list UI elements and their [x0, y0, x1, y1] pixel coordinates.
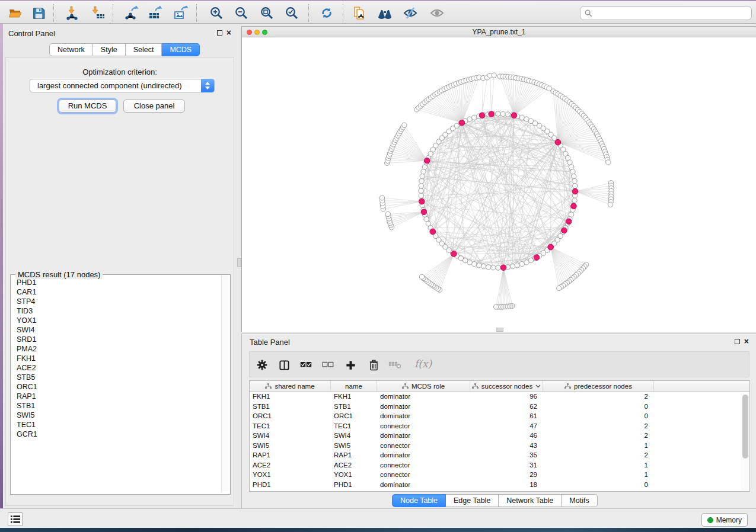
export-network-icon: [125, 6, 139, 20]
tab-style[interactable]: Style: [93, 43, 126, 56]
mcds-result-scrollbar[interactable]: [221, 275, 229, 491]
mcds-result-item[interactable]: ORC1: [11, 382, 222, 392]
table-row[interactable]: RAP1RAP1dominator352: [250, 450, 749, 460]
cell-MCDS-role: dominator: [377, 480, 470, 490]
mcds-result-item[interactable]: TID3: [11, 306, 222, 316]
criterion-label: Optimization criterion:: [6, 68, 234, 76]
criterion-dropdown[interactable]: largest connected component (undirected): [30, 79, 215, 92]
column-header-name[interactable]: name: [331, 381, 377, 391]
export-image-button[interactable]: [173, 5, 189, 21]
mcds-result-item[interactable]: CAR1: [11, 287, 222, 297]
mcds-result-item[interactable]: TEC1: [11, 420, 222, 430]
table-row[interactable]: TEC1TEC1connector472: [250, 421, 749, 431]
zoom-in-button[interactable]: [209, 5, 224, 21]
cell-shared-name: YOX1: [250, 470, 331, 480]
toolbar-separator: [196, 4, 197, 22]
import-network-button[interactable]: [65, 5, 80, 21]
network-window-titlebar[interactable]: YPA_prune.txt_1: [242, 27, 756, 37]
column-header-shared-name[interactable]: shared name: [250, 381, 331, 391]
table-row[interactable]: ORC1ORC1dominator610: [250, 411, 749, 421]
session-list-button[interactable]: [8, 512, 23, 526]
table-row[interactable]: YOX1YOX1connector291: [250, 470, 749, 480]
mcds-result-item[interactable]: ACE2: [11, 363, 222, 373]
unselect-all-columns-button[interactable]: [320, 357, 336, 373]
table-scrollbar[interactable]: [741, 393, 749, 491]
clone-network-button[interactable]: [352, 5, 367, 21]
column-header-MCDS-role[interactable]: MCDS role: [377, 381, 470, 391]
mcds-result-item[interactable]: STB5: [11, 373, 222, 382]
network-view-window: YPA_prune.txt_1: [241, 26, 756, 332]
mcds-result-item[interactable]: SWI5: [11, 411, 222, 420]
close-panel-button[interactable]: Close panel: [123, 100, 185, 113]
mcds-result-list[interactable]: PHD1CAR1STP4TID3YOX1SWI4SRD1PMA2FKH1ACE2…: [11, 278, 222, 491]
network-graph[interactable]: [242, 37, 756, 332]
mcds-result-item[interactable]: PMA2: [11, 344, 222, 354]
open-session-button[interactable]: [8, 5, 23, 21]
table-scrollbar-thumb[interactable]: [742, 395, 748, 459]
cell-MCDS-role: connector: [377, 460, 470, 470]
mcds-result-item[interactable]: YOX1: [11, 316, 222, 325]
tab-mcds[interactable]: MCDS: [162, 43, 200, 56]
table-row[interactable]: STB1STB1dominator620: [250, 402, 749, 412]
column-header-successor-nodes[interactable]: successor nodes: [470, 381, 543, 391]
delete-table-button[interactable]: [387, 357, 403, 373]
table-row[interactable]: SWI4SWI4dominator462: [250, 431, 749, 441]
first-neighbors-button[interactable]: [377, 5, 393, 21]
zoom-out-button[interactable]: [234, 5, 249, 21]
cell-MCDS-role: connector: [377, 421, 470, 431]
show-columns-button[interactable]: [276, 357, 292, 373]
mcds-result-item[interactable]: SWI4: [11, 325, 222, 335]
cell-predecessor-nodes: 2: [543, 431, 654, 441]
mcds-result-item[interactable]: PHD1: [11, 278, 222, 287]
close-panel-icon[interactable]: ×: [744, 338, 749, 344]
run-mcds-button[interactable]: Run MCDS: [59, 100, 116, 113]
create-column-button[interactable]: [343, 357, 358, 373]
mcds-result-item[interactable]: SRD1: [11, 335, 222, 344]
mcds-result-item[interactable]: STB1: [11, 401, 222, 411]
export-table-button[interactable]: [148, 5, 163, 21]
zoom-fit-button[interactable]: [259, 5, 275, 21]
mcds-result-item[interactable]: RAP1: [11, 392, 222, 401]
memory-button[interactable]: Memory: [701, 513, 748, 527]
export-network-button[interactable]: [124, 5, 139, 21]
tab-network-table[interactable]: Network Table: [499, 494, 562, 507]
import-table-button[interactable]: [90, 5, 106, 21]
float-panel-icon[interactable]: [217, 30, 222, 36]
tab-node-table[interactable]: Node Table: [392, 494, 446, 507]
show-all-button[interactable]: [429, 5, 445, 21]
table-row[interactable]: ACE2ACE2connector311: [250, 460, 749, 470]
network-window-title: YPA_prune.txt_1: [242, 28, 756, 36]
save-session-button[interactable]: [31, 5, 46, 21]
close-panel-icon[interactable]: ×: [227, 30, 231, 36]
plus-icon: [345, 360, 356, 371]
tab-edge-table[interactable]: Edge Table: [446, 494, 499, 507]
cell-predecessor-nodes: 2: [543, 450, 654, 460]
delete-column-button[interactable]: [366, 357, 381, 373]
select-all-columns-button[interactable]: [298, 357, 314, 373]
column-label: successor nodes: [481, 383, 532, 390]
splitter-grip[interactable]: [237, 258, 241, 267]
table-settings-button[interactable]: [254, 357, 270, 373]
tab-network[interactable]: Network: [49, 43, 93, 56]
cell-successor-nodes: 35: [470, 450, 543, 460]
panel-splitter[interactable]: [237, 24, 241, 508]
mcds-result-item[interactable]: STP4: [11, 297, 222, 306]
function-builder-button[interactable]: f(x): [414, 358, 441, 370]
cell-shared-name: SWI4: [250, 431, 331, 441]
checked-boxes-icon: [300, 361, 312, 368]
cell-name: ACE2: [331, 460, 377, 470]
search-input[interactable]: [596, 7, 749, 19]
table-row[interactable]: PHD1PHD1dominator180: [250, 480, 749, 490]
mcds-result-item[interactable]: GCR1: [11, 430, 222, 439]
tab-motifs[interactable]: Motifs: [562, 494, 597, 507]
hide-selected-button[interactable]: [403, 5, 418, 21]
tab-select[interactable]: Select: [126, 43, 162, 56]
canvas-splitter-grip[interactable]: [496, 328, 503, 332]
table-row[interactable]: FKH1FKH1dominator962: [250, 392, 749, 402]
apply-layout-button[interactable]: [319, 5, 334, 21]
mcds-result-item[interactable]: FKH1: [11, 354, 222, 363]
column-header-predecessor-nodes[interactable]: predecessor nodes: [543, 381, 654, 391]
table-row[interactable]: SWI5SWI5connector431: [250, 441, 749, 451]
float-panel-icon[interactable]: [735, 339, 740, 344]
zoom-selected-button[interactable]: [284, 5, 299, 21]
